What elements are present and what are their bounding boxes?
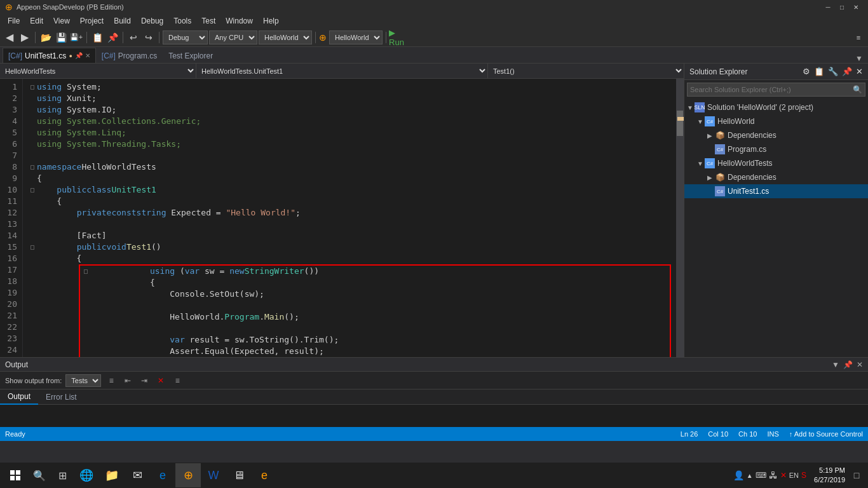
- tab-bar: [C#] UnitTest1.cs ● 📌 ✕ [C#] Program.cs …: [0, 47, 868, 64]
- menu-test[interactable]: Test: [196, 15, 220, 27]
- se-item-helloworldtests[interactable]: ▼ C# HelloWorldTests: [684, 156, 868, 170]
- se-item-deps-2[interactable]: ▶ 📦 Dependencies: [684, 170, 868, 184]
- forward-button[interactable]: ▶: [18, 30, 32, 44]
- taskbar-app-edge[interactable]: e: [150, 463, 175, 487]
- source-control-button[interactable]: ↑ Add to Source Control: [789, 430, 863, 438]
- menu-edit[interactable]: Edit: [25, 15, 48, 27]
- save-all-button[interactable]: 💾+: [69, 30, 83, 44]
- tray-arrow-icon[interactable]: ▲: [747, 472, 753, 479]
- menu-file[interactable]: File: [3, 15, 25, 27]
- tab-error-list[interactable]: Error List: [38, 390, 85, 405]
- task-view-button[interactable]: ⊞: [51, 463, 74, 487]
- hwt-arrow[interactable]: ▼: [697, 160, 705, 167]
- fold-btn-10[interactable]: □: [28, 184, 37, 196]
- se-item-solution[interactable]: ▼ SLN Solution 'HelloWorld' (2 project): [684, 100, 868, 114]
- run-button[interactable]: ▶ Run: [390, 30, 403, 44]
- menu-build[interactable]: Build: [109, 15, 136, 27]
- platform-select[interactable]: Any CPU: [209, 30, 257, 44]
- output-btn-5[interactable]: ≡: [171, 374, 184, 387]
- taskbar-app-appeon[interactable]: ⊕: [175, 463, 201, 487]
- tray-people-icon[interactable]: 👤: [733, 470, 744, 480]
- tab-unittest1[interactable]: [C#] UnitTest1.cs ● 📌 ✕: [3, 48, 96, 63]
- taskbar-app-ie[interactable]: 🌐: [74, 463, 99, 487]
- notification-button[interactable]: □: [848, 463, 865, 487]
- se-title-text: Solution Explorer: [689, 67, 803, 76]
- deps-arrow-1[interactable]: ▶: [707, 132, 715, 139]
- maximize-button[interactable]: □: [835, 2, 849, 12]
- menu-project[interactable]: Project: [75, 15, 109, 27]
- back-button[interactable]: ◀: [3, 30, 17, 44]
- output-dropdown-icon[interactable]: ▼: [832, 360, 839, 369]
- solution-arrow[interactable]: ▼: [687, 104, 695, 111]
- minimize-button[interactable]: ─: [821, 2, 835, 12]
- tab-test-explorer[interactable]: Test Explorer: [163, 48, 219, 63]
- se-item-helloworld[interactable]: ▼ C# HelloWorld: [684, 114, 868, 128]
- tab-program[interactable]: [C#] Program.cs: [96, 48, 163, 63]
- vertical-scrollbar[interactable]: [676, 79, 684, 357]
- debug-config-select[interactable]: Debug Release: [163, 30, 208, 44]
- output-btn-2[interactable]: ⇤: [121, 374, 134, 387]
- menu-view[interactable]: View: [48, 15, 75, 27]
- output-btn-4[interactable]: ✕: [154, 374, 167, 387]
- se-pin-icon[interactable]: 📌: [842, 67, 852, 76]
- se-item-program[interactable]: C# Program.cs: [684, 142, 868, 156]
- run-project-select[interactable]: HelloWorld: [329, 30, 383, 44]
- se-search-input[interactable]: [688, 83, 850, 96]
- output-btn-3[interactable]: ⇥: [138, 374, 151, 387]
- menu-tools[interactable]: Tools: [168, 15, 196, 27]
- taskbar-app-files[interactable]: 📁: [99, 463, 125, 487]
- se-copy-icon[interactable]: 📋: [814, 67, 824, 76]
- menu-debug[interactable]: Debug: [136, 15, 168, 27]
- close-button[interactable]: ✕: [849, 2, 863, 12]
- format-indent-button[interactable]: ≡: [851, 30, 865, 44]
- project-select[interactable]: HelloWorld: [259, 30, 312, 44]
- taskbar-app-ie2[interactable]: e: [252, 463, 277, 487]
- se-item-unittest1[interactable]: C# UnitTest1.cs: [684, 184, 868, 198]
- save-button[interactable]: 💾: [54, 30, 68, 44]
- se-properties-icon[interactable]: ⚙: [803, 67, 810, 76]
- output-btn-1[interactable]: ≡: [105, 374, 118, 387]
- start-button[interactable]: [3, 463, 28, 488]
- se-search-icon[interactable]: 🔍: [850, 85, 865, 94]
- tab-close-unittest1[interactable]: ✕: [85, 52, 90, 59]
- editor-dropdowns: HelloWorldTests HelloWorldTests.UnitTest…: [0, 64, 684, 79]
- code-content[interactable]: □using System; using Xunit; using System…: [23, 79, 676, 357]
- show-from-select[interactable]: Tests: [65, 374, 101, 387]
- output-pin-icon[interactable]: 📌: [843, 360, 853, 369]
- paste-button[interactable]: 📌: [105, 30, 119, 44]
- search-taskbar-button[interactable]: 🔍: [28, 463, 51, 487]
- redo-button[interactable]: ↪: [142, 30, 156, 44]
- output-close-icon[interactable]: ✕: [857, 360, 863, 369]
- se-refresh-icon[interactable]: 🔧: [828, 67, 838, 76]
- member-dropdown[interactable]: HelloWorldTests.UnitTest1: [196, 64, 488, 78]
- tb-sep-3: [123, 32, 123, 43]
- class-dropdown[interactable]: HelloWorldTests: [0, 64, 196, 78]
- tray-appeon-icon[interactable]: S: [801, 471, 806, 480]
- tab-overflow-button[interactable]: ▼: [853, 54, 865, 63]
- menu-window[interactable]: Window: [220, 15, 258, 27]
- copy-button[interactable]: 📋: [90, 30, 104, 44]
- tray-lang-icon[interactable]: EN: [789, 471, 799, 479]
- open-button[interactable]: 📂: [39, 30, 53, 44]
- tray-keyboard-icon[interactable]: ⌨: [756, 471, 766, 480]
- undo-button[interactable]: ↩: [126, 30, 140, 44]
- method-dropdown[interactable]: Test1(): [488, 64, 684, 78]
- menu-help[interactable]: Help: [258, 15, 284, 27]
- taskbar-app-mail[interactable]: ✉: [125, 463, 150, 487]
- tray-network-icon[interactable]: 🖧: [769, 470, 778, 480]
- taskbar-app-word[interactable]: W: [201, 463, 226, 487]
- fold-btn-17[interactable]: □: [81, 266, 90, 277]
- tray-x-icon[interactable]: ✕: [780, 471, 787, 480]
- deps-arrow-2[interactable]: ▶: [707, 174, 715, 181]
- fold-btn-15[interactable]: □: [28, 241, 37, 253]
- helloworld-arrow[interactable]: ▼: [697, 118, 705, 125]
- fold-btn-8[interactable]: □: [28, 161, 37, 173]
- se-item-deps-1[interactable]: ▶ 📦 Dependencies: [684, 128, 868, 142]
- output-area: Output ▼ 📌 ✕ Show output from: Tests ≡ ⇤…: [0, 357, 868, 427]
- taskbar-app-network[interactable]: 🖥: [226, 463, 252, 487]
- tab-output[interactable]: Output: [0, 390, 38, 405]
- time-display[interactable]: 5:19 PM 6/27/2019: [811, 466, 848, 485]
- cs-file-icon-1: C#: [715, 144, 725, 154]
- pin-icon[interactable]: 📌: [75, 52, 83, 59]
- se-close-icon[interactable]: ✕: [856, 67, 863, 76]
